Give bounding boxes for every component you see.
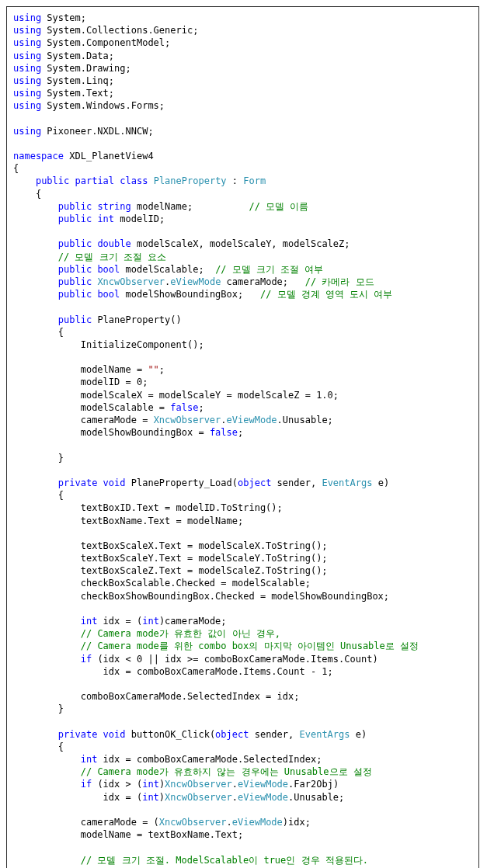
code-block: using System; using System.Collections.G…	[6, 6, 479, 868]
code-content: using System; using System.Collections.G…	[13, 12, 419, 868]
